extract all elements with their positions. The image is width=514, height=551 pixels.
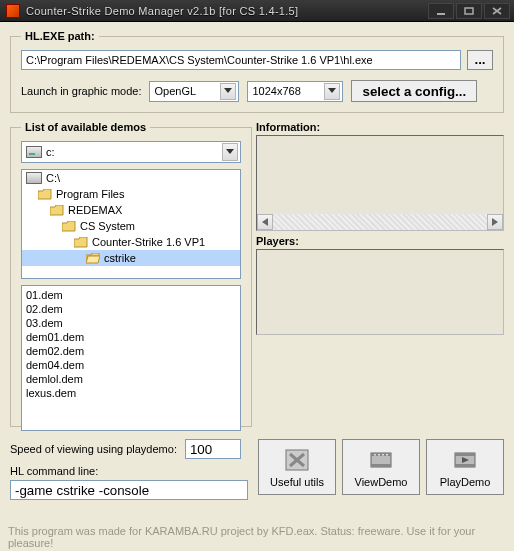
tree-label: CS System bbox=[80, 220, 135, 232]
browse-button[interactable]: ... bbox=[467, 50, 493, 70]
useful-utils-button[interactable]: Useful utils bbox=[258, 439, 336, 495]
resolution-select[interactable]: 1024x768 bbox=[247, 81, 343, 102]
drive-value: c: bbox=[46, 146, 218, 158]
minimize-button[interactable] bbox=[428, 3, 454, 19]
useful-utils-label: Useful utils bbox=[270, 476, 324, 488]
titlebar: Counter-Strike Demo Manager v2.1b [for C… bbox=[0, 0, 514, 22]
folder-icon bbox=[62, 221, 76, 232]
list-item[interactable]: 02.dem bbox=[24, 302, 238, 316]
folder-icon bbox=[50, 205, 64, 216]
scroll-right-icon[interactable] bbox=[487, 214, 503, 230]
players-label: Players: bbox=[256, 235, 504, 247]
svg-rect-6 bbox=[374, 454, 376, 456]
playdemo-label: PlayDemo bbox=[440, 476, 491, 488]
tree-item[interactable]: Program Files bbox=[22, 186, 240, 202]
svg-rect-12 bbox=[455, 464, 475, 467]
list-item[interactable]: dem02.dem bbox=[24, 344, 238, 358]
list-item[interactable]: 03.dem bbox=[24, 316, 238, 330]
viewdemo-label: ViewDemo bbox=[355, 476, 408, 488]
speed-input[interactable] bbox=[185, 439, 241, 459]
hlexe-path-input[interactable] bbox=[21, 50, 461, 70]
hlexe-group: HL.EXE path: ... Launch in graphic mode:… bbox=[10, 30, 504, 113]
status-bar: This program was made for KARAMBA.RU pro… bbox=[8, 525, 506, 549]
launch-mode-label: Launch in graphic mode: bbox=[21, 85, 141, 97]
information-label: Information: bbox=[256, 121, 504, 133]
cmdline-label: HL command line: bbox=[10, 465, 98, 477]
drive-icon bbox=[26, 146, 42, 158]
film-icon bbox=[367, 447, 395, 473]
app-icon bbox=[6, 4, 20, 18]
svg-rect-0 bbox=[437, 13, 445, 15]
list-item[interactable]: dem04.dem bbox=[24, 358, 238, 372]
information-box bbox=[256, 135, 504, 231]
viewdemo-button[interactable]: ViewDemo bbox=[342, 439, 420, 495]
svg-rect-7 bbox=[378, 454, 380, 456]
list-item[interactable]: lexus.dem bbox=[24, 386, 238, 400]
svg-rect-11 bbox=[455, 453, 475, 456]
info-scrollbar[interactable] bbox=[257, 214, 503, 230]
folder-icon bbox=[38, 189, 52, 200]
tree-item[interactable]: cstrike bbox=[22, 250, 240, 266]
cmdline-input[interactable] bbox=[10, 480, 248, 500]
window-title: Counter-Strike Demo Manager v2.1b [for C… bbox=[26, 5, 428, 17]
client-area: HL.EXE path: ... Launch in graphic mode:… bbox=[0, 22, 514, 551]
tree-label: REDEMAX bbox=[68, 204, 122, 216]
scroll-left-icon[interactable] bbox=[257, 214, 273, 230]
svg-rect-5 bbox=[371, 464, 391, 467]
tree-label: Counter-Strike 1.6 VP1 bbox=[92, 236, 205, 248]
tree-item[interactable]: REDEMAX bbox=[22, 202, 240, 218]
maximize-button[interactable] bbox=[456, 3, 482, 19]
file-list[interactable]: 01.dem02.dem03.demdem01.demdem02.demdem0… bbox=[21, 285, 241, 431]
resolution-value: 1024x768 bbox=[252, 85, 300, 97]
tree-item[interactable]: CS System bbox=[22, 218, 240, 234]
demos-legend: List of available demos bbox=[21, 121, 150, 133]
tree-label: C:\ bbox=[46, 172, 60, 184]
speed-label: Speed of viewing using playdemo: bbox=[10, 443, 177, 455]
drive-select[interactable]: c: bbox=[21, 141, 241, 163]
list-item[interactable]: dem01.dem bbox=[24, 330, 238, 344]
chevron-down-icon bbox=[220, 83, 236, 100]
svg-rect-8 bbox=[382, 454, 384, 456]
select-config-button[interactable]: select a config... bbox=[351, 80, 477, 102]
tree-label: Program Files bbox=[56, 188, 124, 200]
folder-icon bbox=[86, 253, 100, 264]
film-play-icon bbox=[451, 447, 479, 473]
renderer-value: OpenGL bbox=[154, 85, 196, 97]
folder-icon bbox=[74, 237, 88, 248]
tools-icon bbox=[283, 447, 311, 473]
list-item[interactable]: 01.dem bbox=[24, 288, 238, 302]
hlexe-legend: HL.EXE path: bbox=[21, 30, 99, 42]
tree-item[interactable]: Counter-Strike 1.6 VP1 bbox=[22, 234, 240, 250]
chevron-down-icon bbox=[324, 83, 340, 100]
players-box bbox=[256, 249, 504, 335]
tree-item[interactable]: C:\ bbox=[22, 170, 240, 186]
demos-group: List of available demos c: C:\Program Fi… bbox=[10, 121, 252, 427]
playdemo-button[interactable]: PlayDemo bbox=[426, 439, 504, 495]
tree-label: cstrike bbox=[104, 252, 136, 264]
renderer-select[interactable]: OpenGL bbox=[149, 81, 239, 102]
svg-rect-9 bbox=[386, 454, 388, 456]
folder-tree[interactable]: C:\Program FilesREDEMAXCS SystemCounter-… bbox=[21, 169, 241, 279]
list-item[interactable]: demlol.dem bbox=[24, 372, 238, 386]
scroll-track[interactable] bbox=[273, 214, 487, 230]
chevron-down-icon bbox=[222, 143, 238, 161]
svg-rect-1 bbox=[465, 8, 473, 14]
drive-icon bbox=[26, 172, 42, 184]
close-button[interactable] bbox=[484, 3, 510, 19]
